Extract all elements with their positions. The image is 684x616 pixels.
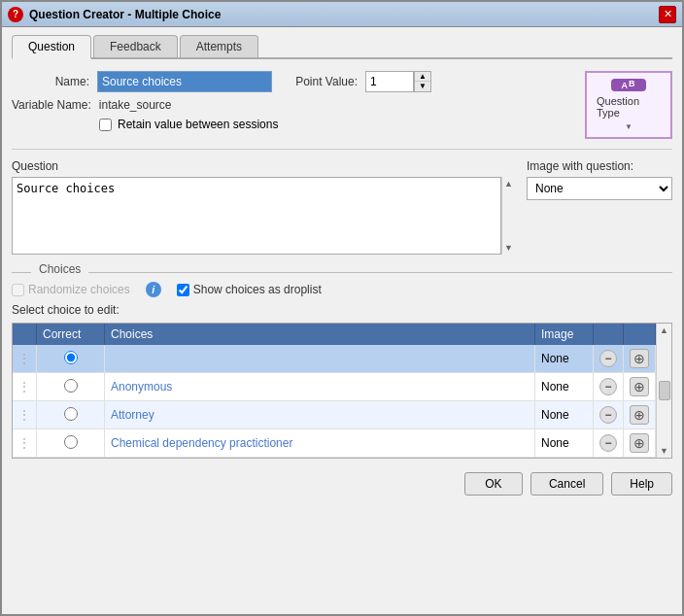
- table-row: ⋮ Chemical dependency practictioner None…: [13, 429, 656, 458]
- tab-bar: Question Feedback Attempts: [12, 35, 672, 59]
- tab-feedback[interactable]: Feedback: [93, 35, 178, 57]
- correct-radio[interactable]: [64, 379, 78, 393]
- move-button[interactable]: ⊕: [630, 377, 649, 396]
- info-icon[interactable]: i: [146, 282, 161, 297]
- name-row: Name: Point Value: ▲ ▼: [12, 71, 585, 92]
- row-handle: ⋮: [13, 401, 37, 429]
- retain-checkbox-label: Retain value between sessions: [118, 118, 278, 131]
- cell-correct: [37, 345, 105, 373]
- cancel-button[interactable]: Cancel: [530, 472, 603, 496]
- cell-correct: [37, 373, 105, 401]
- separator-1: [12, 149, 672, 150]
- point-value-group: ▲ ▼: [365, 71, 431, 92]
- remove-button[interactable]: −: [599, 406, 617, 424]
- table-scrollbar: ▲ ▼: [656, 324, 671, 458]
- variable-name-row: Variable Name: intake_source: [12, 98, 585, 112]
- cell-image: None: [535, 401, 594, 429]
- window-title: Question Creator - Multiple Choice: [29, 8, 221, 21]
- choices-header: Choices: [12, 262, 672, 276]
- point-value-input[interactable]: [365, 71, 414, 92]
- row-handle: ⋮: [13, 429, 37, 458]
- move-button[interactable]: ⊕: [630, 349, 649, 368]
- cell-remove: −: [594, 345, 624, 373]
- correct-radio[interactable]: [64, 351, 78, 364]
- tab-attempts[interactable]: Attempts: [180, 35, 258, 57]
- question-section: Question Source choices ▲ ▼ Image with q…: [12, 159, 672, 255]
- question-textarea[interactable]: Source choices: [12, 177, 501, 255]
- cell-choice: [105, 345, 535, 373]
- top-section: Name: Point Value: ▲ ▼ Var: [12, 71, 672, 139]
- window-icon: ?: [8, 7, 23, 22]
- move-button[interactable]: ⊕: [630, 433, 649, 453]
- select-edit-label: Select choice to edit:: [12, 303, 672, 317]
- remove-button[interactable]: −: [599, 350, 617, 367]
- table-scroll-down[interactable]: ▼: [660, 446, 668, 456]
- question-right: Image with question: None: [527, 159, 672, 200]
- remove-button[interactable]: −: [599, 434, 617, 452]
- tab-question[interactable]: Question: [12, 35, 91, 59]
- table-row: ⋮ None − ⊕: [13, 345, 656, 373]
- scroll-up-arrow[interactable]: ▲: [502, 177, 515, 190]
- ok-button[interactable]: OK: [464, 472, 523, 496]
- cell-correct: [37, 429, 105, 458]
- th-remove: [594, 324, 624, 345]
- name-label: Name:: [12, 75, 89, 88]
- choices-table: Correct Choices Image ⋮: [13, 324, 656, 458]
- randomize-checkbox[interactable]: [12, 284, 24, 296]
- randomize-label: Randomize choices: [12, 283, 130, 296]
- th-move: [624, 324, 656, 345]
- table-scroll-up[interactable]: ▲: [660, 325, 668, 335]
- close-button[interactable]: ✕: [659, 6, 676, 23]
- name-input[interactable]: [97, 71, 272, 92]
- th-correct: Correct: [37, 324, 105, 345]
- show-droplist-checkbox[interactable]: [177, 284, 189, 296]
- cell-move: ⊕: [624, 373, 656, 401]
- scroll-thumb: [659, 381, 670, 400]
- variable-name-label: Variable Name:: [12, 98, 91, 112]
- randomize-text: Randomize choices: [28, 283, 130, 296]
- image-label: Image with question:: [527, 159, 672, 173]
- retain-checkbox[interactable]: [99, 119, 112, 131]
- content-area: Question Feedback Attempts Name: Point V…: [2, 27, 682, 614]
- top-form: Name: Point Value: ▲ ▼ Var: [12, 71, 585, 131]
- cell-move: ⊕: [624, 345, 656, 373]
- image-select[interactable]: None: [527, 177, 672, 200]
- textarea-scrollbar: ▲ ▼: [501, 177, 515, 255]
- cell-choice: Chemical dependency practictioner: [105, 429, 535, 458]
- choices-table-header: Correct Choices Image: [13, 324, 656, 345]
- correct-radio[interactable]: [64, 407, 78, 421]
- help-button[interactable]: Help: [611, 472, 672, 496]
- question-type-box[interactable]: A B Question Type ▼: [585, 71, 672, 139]
- th-image: Image: [535, 324, 594, 345]
- title-bar-left: ? Question Creator - Multiple Choice: [8, 7, 221, 22]
- remove-button[interactable]: −: [599, 378, 617, 395]
- cell-move: ⊕: [624, 429, 656, 458]
- spinner-up[interactable]: ▲: [415, 72, 430, 82]
- cell-image: None: [535, 429, 594, 458]
- cell-remove: −: [594, 401, 624, 429]
- correct-radio[interactable]: [64, 435, 78, 449]
- th-choices: Choices: [105, 324, 535, 345]
- cell-choice: Attorney: [105, 401, 535, 429]
- point-value-label: Point Value:: [280, 75, 358, 88]
- choices-line-right: [88, 272, 672, 273]
- variable-name-value: intake_source: [99, 98, 172, 112]
- footer-buttons: OK Cancel Help: [12, 466, 672, 499]
- scroll-down-arrow[interactable]: ▼: [502, 241, 515, 255]
- cell-image: None: [535, 345, 594, 373]
- tab-content-question: Name: Point Value: ▲ ▼ Var: [12, 65, 672, 606]
- th-handle: [13, 324, 37, 345]
- question-textarea-wrapper: Source choices ▲ ▼: [12, 177, 515, 255]
- spinner-down[interactable]: ▼: [415, 82, 430, 91]
- question-type-icon: A B: [611, 79, 646, 91]
- cell-move: ⊕: [624, 401, 656, 429]
- title-bar: ? Question Creator - Multiple Choice ✕: [2, 2, 682, 27]
- main-window: ? Question Creator - Multiple Choice ✕ Q…: [0, 0, 684, 616]
- question-type-label: Question Type: [597, 95, 661, 119]
- move-button[interactable]: ⊕: [630, 405, 649, 425]
- question-section-label: Question: [12, 159, 515, 173]
- cell-remove: −: [594, 373, 624, 401]
- retain-checkbox-row: Retain value between sessions: [99, 118, 585, 131]
- table-row: ⋮ Attorney None − ⊕: [13, 401, 656, 429]
- row-handle: ⋮: [13, 373, 37, 401]
